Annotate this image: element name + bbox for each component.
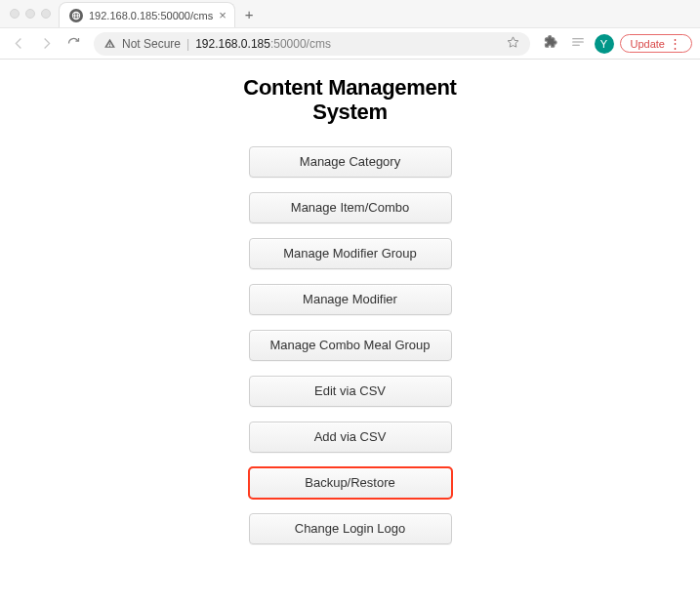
menu-button-backup-restore[interactable]: Backup/Restore [249, 467, 452, 499]
tab-bar: 192.168.0.185:50000/cms × + [0, 0, 700, 27]
update-label: Update [631, 38, 665, 50]
menu-button-add-via-csv[interactable]: Add via CSV [249, 422, 452, 453]
reading-list-button[interactable] [567, 33, 589, 55]
menu-button-change-login-logo[interactable]: Change Login Logo [249, 513, 452, 544]
reload-button[interactable] [62, 33, 84, 55]
browser-chrome: 192.168.0.185:50000/cms × + Not Secure |… [0, 0, 700, 60]
menu-button-manage-category[interactable]: Manage Category [249, 146, 452, 178]
not-secure-label: Not Secure [122, 37, 181, 51]
extensions-button[interactable] [540, 33, 561, 55]
menu-button-manage-item-combo[interactable]: Manage Item/Combo [249, 192, 452, 223]
forward-button[interactable] [35, 33, 57, 55]
not-secure-icon [103, 37, 116, 50]
menu-button-manage-combo-meal-group[interactable]: Manage Combo Meal Group [249, 330, 452, 361]
profile-avatar[interactable]: Y [595, 34, 614, 54]
menu-button-manage-modifier-group[interactable]: Manage Modifier Group [249, 238, 452, 269]
nav-bar: Not Secure | 192.168.0.185:50000/cms Y U… [0, 27, 700, 59]
update-button[interactable]: Update ⋮ [620, 34, 692, 53]
menu-button-stack: Manage CategoryManage Item/ComboManage M… [249, 146, 452, 544]
menu-button-edit-via-csv[interactable]: Edit via CSV [249, 376, 452, 407]
close-icon[interactable]: × [219, 9, 226, 21]
url-text: 192.168.0.185:50000/cms [195, 37, 331, 51]
kebab-icon: ⋮ [669, 37, 681, 50]
address-divider: | [186, 37, 189, 51]
page-title: Content Management System [243, 75, 456, 125]
page-content: Content Management System Manage Categor… [0, 60, 700, 544]
browser-tab[interactable]: 192.168.0.185:50000/cms × [59, 2, 235, 27]
bookmark-icon[interactable] [506, 35, 520, 53]
window-maximize-button[interactable] [41, 9, 51, 19]
globe-icon [69, 9, 83, 22]
tab-title: 192.168.0.185:50000/cms [89, 10, 213, 21]
window-controls [6, 9, 59, 19]
window-close-button[interactable] [10, 9, 20, 19]
address-bar[interactable]: Not Secure | 192.168.0.185:50000/cms [94, 32, 530, 56]
new-tab-button[interactable]: + [235, 6, 264, 22]
window-minimize-button[interactable] [25, 9, 35, 19]
back-button[interactable] [8, 33, 29, 55]
menu-button-manage-modifier[interactable]: Manage Modifier [249, 284, 452, 315]
